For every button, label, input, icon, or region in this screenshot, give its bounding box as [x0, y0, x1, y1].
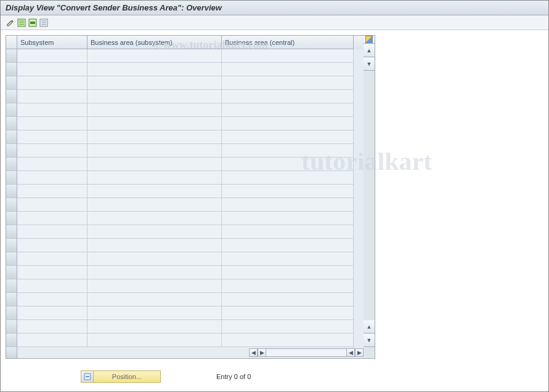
- row-selector[interactable]: [6, 171, 17, 185]
- table-cell[interactable]: [222, 63, 354, 76]
- row-selector[interactable]: [6, 76, 17, 90]
- table-cell[interactable]: [222, 171, 354, 185]
- table-cell[interactable]: [222, 252, 354, 266]
- table-cell[interactable]: [222, 334, 354, 347]
- position-button[interactable]: Position...: [81, 370, 161, 383]
- table-cell[interactable]: [17, 306, 87, 320]
- table-cell[interactable]: [17, 239, 87, 252]
- table-cell[interactable]: [87, 117, 222, 130]
- row-selector[interactable]: [6, 49, 17, 63]
- scroll-down-icon[interactable]: ▼: [364, 57, 375, 71]
- table-cell[interactable]: [17, 49, 87, 63]
- table-cell[interactable]: [17, 252, 87, 266]
- row-selector[interactable]: [6, 334, 17, 347]
- row-selector[interactable]: [6, 266, 17, 279]
- deselect-all-icon[interactable]: [39, 18, 49, 28]
- table-cell[interactable]: [17, 266, 87, 279]
- row-selector[interactable]: [6, 144, 17, 158]
- column-header-ba-central[interactable]: Business area (central): [222, 36, 354, 49]
- row-selector[interactable]: [6, 306, 17, 320]
- table-cell[interactable]: [87, 185, 222, 198]
- column-header-subsystem[interactable]: Subsystem: [17, 36, 87, 49]
- table-cell[interactable]: [222, 239, 354, 252]
- table-cell[interactable]: [17, 198, 87, 212]
- table-cell[interactable]: [17, 279, 87, 293]
- table-cell[interactable]: [222, 212, 354, 225]
- row-selector[interactable]: [6, 252, 17, 266]
- table-cell[interactable]: [17, 334, 87, 347]
- hscroll-left2-icon[interactable]: ◀: [346, 348, 355, 357]
- row-selector[interactable]: [6, 117, 17, 130]
- table-cell[interactable]: [87, 320, 222, 334]
- scroll-down2-icon[interactable]: ▼: [364, 334, 375, 347]
- table-cell[interactable]: [222, 279, 354, 293]
- change-icon[interactable]: [6, 18, 15, 28]
- table-cell[interactable]: [222, 198, 354, 212]
- row-selector[interactable]: [6, 185, 17, 198]
- table-cell[interactable]: [87, 279, 222, 293]
- table-cell[interactable]: [222, 76, 354, 90]
- table-cell[interactable]: [17, 63, 87, 76]
- table-cell[interactable]: [222, 266, 354, 279]
- table-cell[interactable]: [222, 49, 354, 63]
- row-selector[interactable]: [6, 63, 17, 76]
- table-cell[interactable]: [222, 158, 354, 171]
- table-cell[interactable]: [87, 158, 222, 171]
- hscroll-right-icon[interactable]: ▶: [258, 348, 266, 357]
- row-selector[interactable]: [6, 320, 17, 334]
- scroll-up-icon[interactable]: ▲: [364, 44, 375, 57]
- table-cell[interactable]: [17, 225, 87, 239]
- row-selector[interactable]: [6, 90, 17, 103]
- table-cell[interactable]: [222, 130, 354, 144]
- table-cell[interactable]: [87, 334, 222, 347]
- hscroll-left-icon[interactable]: ◀: [249, 348, 258, 357]
- row-selector[interactable]: [6, 103, 17, 117]
- table-cell[interactable]: [87, 266, 222, 279]
- table-cell[interactable]: [17, 103, 87, 117]
- table-cell[interactable]: [17, 171, 87, 185]
- row-selector[interactable]: [6, 293, 17, 306]
- row-selector[interactable]: [6, 130, 17, 144]
- table-cell[interactable]: [17, 144, 87, 158]
- table-cell[interactable]: [87, 130, 222, 144]
- row-selector[interactable]: [6, 239, 17, 252]
- select-all-icon[interactable]: [17, 18, 26, 28]
- table-cell[interactable]: [87, 63, 222, 76]
- hscroll-track[interactable]: [266, 348, 346, 357]
- table-cell[interactable]: [87, 103, 222, 117]
- vscroll-track[interactable]: [364, 71, 375, 320]
- table-cell[interactable]: [87, 212, 222, 225]
- table-cell[interactable]: [17, 185, 87, 198]
- table-cell[interactable]: [87, 239, 222, 252]
- table-cell[interactable]: [17, 158, 87, 171]
- table-cell[interactable]: [222, 117, 354, 130]
- table-cell[interactable]: [222, 225, 354, 239]
- row-selector[interactable]: [6, 158, 17, 171]
- select-block-icon[interactable]: [28, 18, 38, 28]
- table-cell[interactable]: [87, 198, 222, 212]
- table-cell[interactable]: [87, 306, 222, 320]
- row-selector[interactable]: [6, 279, 17, 293]
- table-cell[interactable]: [222, 306, 354, 320]
- table-cell[interactable]: [222, 144, 354, 158]
- select-all-rows[interactable]: [6, 36, 17, 49]
- table-cell[interactable]: [87, 76, 222, 90]
- row-selector[interactable]: [6, 225, 17, 239]
- table-cell[interactable]: [17, 320, 87, 334]
- table-cell[interactable]: [17, 293, 87, 306]
- table-cell[interactable]: [222, 320, 354, 334]
- table-cell[interactable]: [222, 293, 354, 306]
- table-cell[interactable]: [87, 293, 222, 306]
- table-cell[interactable]: [17, 130, 87, 144]
- table-cell[interactable]: [17, 90, 87, 103]
- table-cell[interactable]: [87, 225, 222, 239]
- row-selector[interactable]: [6, 198, 17, 212]
- hscroll-right2-icon[interactable]: ▶: [355, 348, 364, 357]
- table-cell[interactable]: [222, 103, 354, 117]
- table-cell[interactable]: [87, 171, 222, 185]
- table-cell[interactable]: [17, 76, 87, 90]
- table-cell[interactable]: [17, 117, 87, 130]
- row-selector[interactable]: [6, 212, 17, 225]
- table-cell[interactable]: [17, 212, 87, 225]
- table-cell[interactable]: [87, 90, 222, 103]
